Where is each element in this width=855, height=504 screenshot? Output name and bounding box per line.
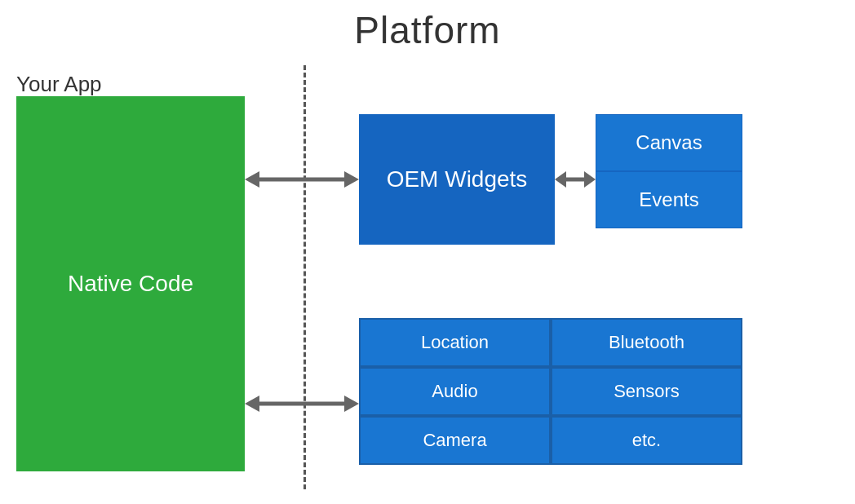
canvas-label: Canvas bbox=[636, 131, 702, 154]
canvas-box: Canvas bbox=[596, 114, 742, 171]
location-label: Location bbox=[421, 332, 489, 353]
svg-marker-6 bbox=[245, 396, 259, 412]
svg-marker-7 bbox=[344, 396, 359, 412]
sensors-label: Sensors bbox=[614, 381, 680, 402]
svg-marker-3 bbox=[555, 171, 566, 188]
svg-marker-0 bbox=[245, 171, 259, 188]
your-app-label: Your App bbox=[16, 72, 102, 97]
camera-label: Camera bbox=[423, 430, 486, 451]
camera-cell: Camera bbox=[359, 416, 551, 465]
platform-boundary-line bbox=[303, 65, 306, 489]
oem-widgets-label: OEM Widgets bbox=[387, 166, 528, 192]
oem-widgets-box: OEM Widgets bbox=[359, 114, 555, 245]
svg-marker-1 bbox=[344, 171, 359, 188]
services-grid: Location Bluetooth Audio Sensors Camera … bbox=[359, 318, 742, 465]
top-bidirectional-arrow bbox=[245, 167, 359, 192]
sensors-cell: Sensors bbox=[551, 367, 742, 416]
bluetooth-label: Bluetooth bbox=[609, 332, 684, 353]
events-box: Events bbox=[596, 171, 742, 228]
bottom-bidirectional-arrow bbox=[245, 391, 359, 416]
diagram-container: Platform Your App Native Code OEM Widget… bbox=[0, 0, 855, 504]
native-code-label: Native Code bbox=[68, 271, 193, 297]
location-cell: Location bbox=[359, 318, 551, 367]
audio-cell: Audio bbox=[359, 367, 551, 416]
etc-label: etc. bbox=[632, 430, 661, 451]
svg-marker-4 bbox=[584, 171, 596, 188]
bluetooth-cell: Bluetooth bbox=[551, 318, 742, 367]
events-label: Events bbox=[639, 188, 698, 211]
right-bidirectional-arrow bbox=[555, 167, 596, 192]
platform-title: Platform bbox=[0, 8, 855, 52]
etc-cell: etc. bbox=[551, 416, 742, 465]
audio-label: Audio bbox=[432, 381, 477, 402]
native-code-box: Native Code bbox=[16, 96, 245, 471]
